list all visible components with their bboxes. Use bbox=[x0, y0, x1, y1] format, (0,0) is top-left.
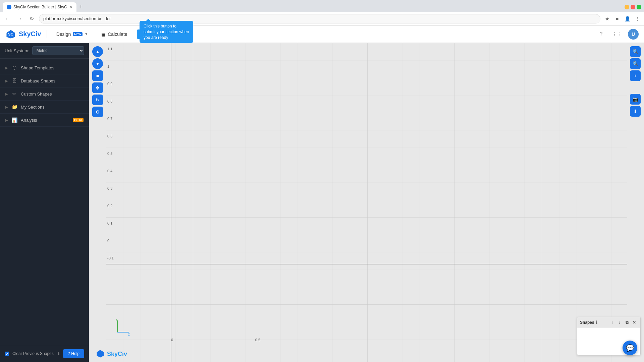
chevron-right-icon: ▶ bbox=[5, 66, 8, 70]
logo: SC SkyCiv bbox=[5, 29, 41, 40]
shapes-panel-icons: ↑ ↓ ⧉ ✕ bbox=[609, 319, 638, 326]
help-icon-btn[interactable]: ? bbox=[596, 29, 606, 40]
sidebar-item-my-sections[interactable]: ▶ 📁 My Sections bbox=[0, 101, 89, 114]
extensions-icon[interactable]: ■ bbox=[613, 15, 621, 23]
left-toolbar: ▲ ▼ ■ ✥ ↻ ⚙ bbox=[92, 46, 103, 117]
maximize-btn[interactable] bbox=[631, 5, 635, 9]
axis-label-0-6: 0.6 bbox=[107, 133, 114, 151]
spacer bbox=[630, 82, 641, 93]
submit-tooltip: Click this button to submit your section… bbox=[140, 21, 193, 43]
analysis-icon: 📊 bbox=[11, 117, 17, 123]
shapes-panel-title: Shapes bbox=[580, 320, 594, 325]
bottom-brand-icon bbox=[96, 349, 105, 359]
canvas-area: ▲ ▼ ■ ✥ ↻ ⚙ bbox=[89, 43, 644, 362]
axis-label-0-1: 0.1 bbox=[107, 221, 114, 238]
download-button[interactable]: ⬇ bbox=[630, 106, 641, 117]
select-tool-button[interactable]: ■ bbox=[92, 70, 103, 81]
chat-button[interactable]: 💬 bbox=[623, 341, 637, 355]
database-shapes-label: Database Shapes bbox=[21, 78, 84, 83]
unit-system-row: Unit System: Metric Imperial bbox=[0, 43, 89, 59]
chevron-right-icon-2: ▶ bbox=[5, 79, 8, 83]
clear-label: Clear Previous Shapes bbox=[12, 351, 55, 356]
design-chevron-icon: ▼ bbox=[85, 32, 88, 36]
calculate-nav-item[interactable]: ▣ Calculate bbox=[97, 29, 131, 39]
axis-label-0-8: 0.8 bbox=[107, 99, 114, 116]
sidebar-menu: ▶ ⬡ Shape Templates ▶ 🗄 Database Shapes … bbox=[0, 59, 89, 345]
bottom-brand: SkyCiv bbox=[96, 349, 127, 359]
panel-down-icon[interactable]: ↓ bbox=[616, 319, 623, 326]
pan-up-button[interactable]: ▲ bbox=[92, 46, 103, 57]
calculate-icon: ▣ bbox=[101, 32, 106, 37]
clear-previous-shapes-checkbox[interactable] bbox=[5, 352, 9, 356]
axis-label-neg-0-1: -0.1 bbox=[107, 255, 114, 273]
sidebar: Unit System: Metric Imperial ▶ ⬡ Shape T… bbox=[0, 43, 89, 362]
zoom-out-button[interactable]: 🔍 bbox=[630, 58, 641, 69]
minimize-btn[interactable] bbox=[625, 5, 629, 9]
camera-button[interactable]: 📷 bbox=[630, 94, 641, 105]
sidebar-footer: Clear Previous Shapes ℹ ? Help bbox=[0, 345, 89, 362]
user-avatar[interactable]: U bbox=[628, 29, 639, 40]
apps-icon-btn[interactable]: ⋮⋮ bbox=[612, 29, 623, 40]
sidebar-item-custom-shapes[interactable]: ▶ ✏ Custom Shapes bbox=[0, 87, 89, 101]
axis-label-1-1: 1.1 bbox=[107, 46, 114, 64]
shapes-panel-header: Shapes ℹ ↑ ↓ ⧉ ✕ bbox=[577, 317, 640, 328]
axis-label-0: 0 bbox=[107, 238, 114, 255]
help-icon: ? bbox=[68, 351, 70, 356]
nav-divider bbox=[47, 30, 47, 38]
axis-label-0-2: 0.2 bbox=[107, 203, 114, 221]
add-button[interactable]: + bbox=[630, 70, 641, 81]
axes-svg: y z bbox=[114, 319, 131, 336]
browser-tab[interactable]: SkyCiv Section Builder | SkyCiv P... ✕ bbox=[3, 2, 76, 12]
help-button[interactable]: ? Help bbox=[63, 349, 84, 358]
svg-rect-3 bbox=[106, 43, 627, 362]
unit-select[interactable]: Metric Imperial bbox=[32, 46, 84, 55]
svg-text:z: z bbox=[128, 333, 130, 336]
my-sections-icon: 📁 bbox=[11, 104, 17, 110]
panel-copy-icon[interactable]: ⧉ bbox=[624, 319, 630, 326]
x-axis-labels: 0 0.5 bbox=[106, 338, 627, 342]
chevron-right-icon-5: ▶ bbox=[5, 118, 8, 122]
settings-tool-button[interactable]: ⚙ bbox=[92, 107, 103, 117]
design-nav-item[interactable]: Design NEW ▼ bbox=[52, 29, 92, 39]
panel-close-icon[interactable]: ✕ bbox=[631, 319, 638, 326]
axis-label-0-5: 0.5 bbox=[107, 151, 114, 168]
forward-button[interactable]: → bbox=[15, 14, 24, 23]
logo-text: SkyCiv bbox=[19, 30, 41, 38]
shape-templates-icon: ⬡ bbox=[11, 65, 17, 71]
axis-label-1: 1 bbox=[107, 64, 114, 81]
tab-close-btn[interactable]: ✕ bbox=[69, 5, 72, 9]
panel-up-icon[interactable]: ↑ bbox=[609, 319, 615, 326]
analysis-label: Analysis bbox=[21, 118, 69, 123]
move-tool-button[interactable]: ✥ bbox=[92, 82, 103, 93]
logo-icon: SC bbox=[5, 29, 16, 40]
bookmark-icon[interactable]: ★ bbox=[603, 15, 611, 23]
svg-text:y: y bbox=[116, 319, 117, 321]
rotate-tool-button[interactable]: ↻ bbox=[92, 95, 103, 105]
profile-icon[interactable]: 👤 bbox=[623, 15, 631, 23]
sidebar-item-database-shapes[interactable]: ▶ 🗄 Database Shapes bbox=[0, 74, 89, 87]
tab-title: SkyCiv Section Builder | SkyCiv P... bbox=[13, 5, 67, 9]
database-shapes-icon: 🗄 bbox=[11, 78, 17, 84]
close-btn[interactable] bbox=[637, 5, 641, 9]
pan-down-button[interactable]: ▼ bbox=[92, 58, 103, 69]
new-tab-button[interactable]: + bbox=[76, 4, 86, 11]
refresh-button[interactable]: ↻ bbox=[27, 14, 36, 23]
grid-canvas bbox=[106, 43, 627, 362]
y-axis-labels: 1.1 1 0.9 0.8 0.7 0.6 0.5 0.4 0.3 0.2 0.… bbox=[107, 46, 114, 273]
shape-templates-label: Shape Templates bbox=[21, 65, 84, 70]
calculate-label: Calculate bbox=[108, 32, 127, 37]
sidebar-item-analysis[interactable]: ▶ 📊 Analysis BETA bbox=[0, 114, 89, 127]
sidebar-item-shape-templates[interactable]: ▶ ⬡ Shape Templates bbox=[0, 61, 89, 74]
chevron-right-icon-3: ▶ bbox=[5, 92, 8, 96]
coordinate-indicator: y z bbox=[114, 319, 131, 337]
back-button[interactable]: ← bbox=[3, 14, 12, 23]
clear-info-icon[interactable]: ℹ bbox=[58, 351, 60, 356]
shapes-panel-info-icon[interactable]: ℹ bbox=[596, 320, 597, 325]
zoom-in-button[interactable]: 🔍 bbox=[630, 46, 641, 57]
axis-label-0-7: 0.7 bbox=[107, 116, 114, 133]
menu-icon[interactable]: ⋮ bbox=[633, 15, 641, 23]
svg-text:SC: SC bbox=[8, 32, 13, 36]
bottom-brand-text: SkyCiv bbox=[107, 351, 127, 358]
axis-label-0-3: 0.3 bbox=[107, 186, 114, 203]
address-bar[interactable] bbox=[39, 14, 600, 23]
